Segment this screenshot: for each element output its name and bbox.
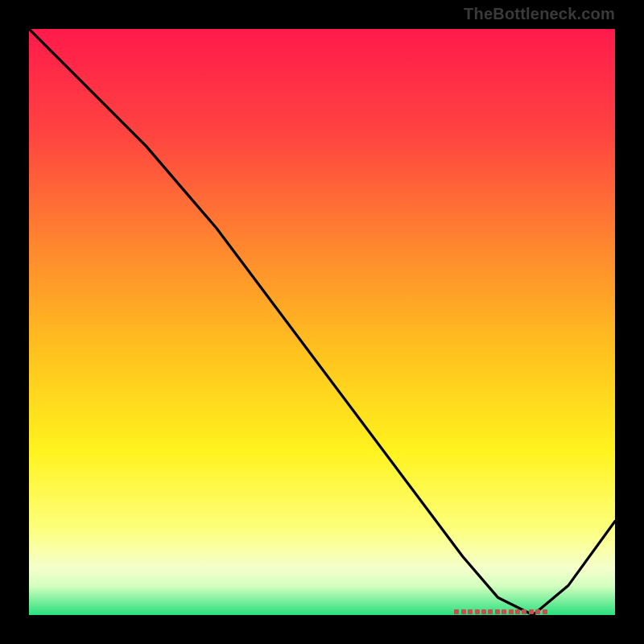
scatter-point — [543, 609, 547, 614]
chart-plot — [29, 29, 615, 615]
scatter-point — [509, 609, 514, 614]
scatter-point — [515, 609, 520, 614]
scatter-point — [522, 609, 526, 614]
watermark-label: TheBottleneck.com — [464, 5, 615, 23]
scatter-point — [461, 609, 466, 614]
scatter-point — [488, 609, 493, 614]
scatter-point — [529, 609, 534, 614]
scatter-point — [495, 609, 500, 614]
chart-scatter-band — [29, 29, 615, 615]
scatter-point — [454, 609, 459, 614]
scatter-point — [535, 609, 540, 614]
scatter-point — [502, 609, 506, 614]
scatter-point — [468, 609, 473, 614]
scatter-point — [475, 609, 480, 614]
scatter-point — [481, 609, 486, 614]
